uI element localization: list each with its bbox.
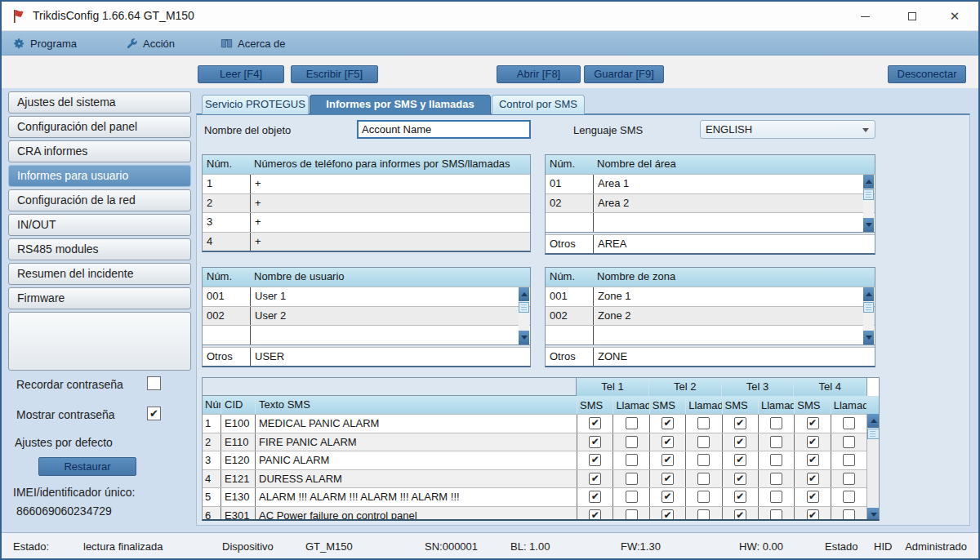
user-name-cell[interactable]: User 1 — [250, 287, 530, 306]
llamada-checkbox[interactable] — [770, 491, 782, 503]
llamada-checkbox[interactable] — [843, 436, 855, 448]
sms-checkbox[interactable] — [807, 417, 819, 429]
llamada-checkbox[interactable] — [770, 454, 782, 466]
llamada-checkbox[interactable] — [770, 473, 782, 485]
sms-checkbox[interactable] — [734, 509, 746, 521]
maximize-button[interactable] — [893, 2, 931, 31]
sms-checkbox[interactable] — [734, 417, 746, 429]
llamada-checkbox[interactable] — [770, 436, 782, 448]
menu-acerca-de[interactable]: Acerca de — [220, 31, 286, 56]
sms-checkbox[interactable] — [807, 509, 819, 521]
sms-checkbox[interactable] — [589, 454, 601, 466]
user-others-cell[interactable]: USER — [250, 348, 530, 367]
area-others-cell[interactable]: AREA — [593, 235, 875, 254]
sms-checkbox[interactable] — [662, 509, 674, 521]
sms-checkbox[interactable] — [662, 436, 674, 448]
sidebar-item-resumen-del-incidente[interactable]: Resumen del incidente — [8, 263, 191, 285]
sms-checkbox[interactable] — [807, 436, 819, 448]
llamada-checkbox[interactable] — [843, 509, 855, 521]
llamada-checkbox[interactable] — [626, 417, 638, 429]
sms-checkbox[interactable] — [734, 491, 746, 503]
sidebar-item-in-out[interactable]: IN/OUT — [8, 214, 191, 236]
sms-checkbox[interactable] — [662, 473, 674, 485]
tab-servicio-protegus[interactable]: Servicio PROTEGUS — [202, 95, 309, 114]
llamada-checkbox[interactable] — [843, 417, 855, 429]
llamada-checkbox[interactable] — [697, 491, 710, 503]
sms-checkbox[interactable] — [807, 491, 819, 503]
phone-cell[interactable]: + — [250, 233, 530, 251]
sidebar-item-configuracion-del-panel[interactable]: Configuración del panel — [8, 116, 191, 138]
sms-language-select[interactable]: ENGLISH — [700, 120, 875, 139]
llamada-checkbox[interactable] — [843, 454, 855, 466]
sidebar-item-cra-informes[interactable]: CRA informes — [8, 140, 191, 162]
scroll-thumb[interactable] — [863, 302, 874, 313]
scroll-up-button[interactable] — [863, 287, 874, 301]
llamada-checkbox[interactable] — [626, 473, 638, 485]
sms-checkbox[interactable] — [734, 454, 746, 466]
sidebar-item-firmware[interactable]: Firmware — [8, 287, 191, 309]
llamada-checkbox[interactable] — [770, 417, 782, 429]
llamada-checkbox[interactable] — [626, 454, 638, 466]
llamada-checkbox[interactable] — [697, 509, 710, 521]
scroll-thumb[interactable] — [867, 429, 880, 439]
llamada-checkbox[interactable] — [697, 417, 710, 429]
close-button[interactable]: ✕ — [936, 2, 973, 31]
events-scrollbar[interactable] — [866, 414, 879, 521]
scroll-thumb[interactable] — [519, 302, 529, 313]
scrollbar[interactable] — [863, 287, 874, 344]
user-name-cell[interactable]: User 2 — [250, 307, 530, 326]
scroll-thumb[interactable] — [863, 189, 874, 200]
llamada-checkbox[interactable] — [697, 454, 710, 466]
object-name-input[interactable]: Account Name — [357, 120, 531, 139]
llamada-checkbox[interactable] — [626, 436, 638, 448]
sms-checkbox[interactable] — [807, 473, 819, 485]
remember-password-checkbox[interactable] — [147, 376, 161, 390]
scrollbar[interactable] — [519, 287, 529, 344]
area-name-cell[interactable]: Area 2 — [593, 194, 875, 213]
phone-cell[interactable]: + — [250, 213, 530, 232]
scroll-up-button[interactable] — [519, 287, 529, 301]
llamada-checkbox[interactable] — [843, 473, 855, 485]
sidebar-item-ajustes-del-sistema[interactable]: Ajustes del sistema — [8, 91, 191, 113]
llamada-checkbox[interactable] — [843, 491, 855, 503]
sms-checkbox[interactable] — [589, 509, 601, 521]
sms-checkbox[interactable] — [734, 436, 746, 448]
restore-button[interactable]: Restaurar — [38, 457, 136, 476]
sms-checkbox[interactable] — [662, 454, 674, 466]
zone-others-cell[interactable]: ZONE — [593, 348, 875, 367]
write-button[interactable]: Escribir [F5] — [291, 65, 378, 83]
llamada-checkbox[interactable] — [697, 436, 710, 448]
area-name-cell[interactable]: Area 1 — [593, 175, 875, 193]
user-name-cell[interactable] — [250, 326, 530, 344]
sms-checkbox[interactable] — [662, 417, 674, 429]
menu-accion[interactable]: Acción — [126, 31, 175, 56]
scroll-down-button[interactable] — [863, 331, 874, 344]
sms-checkbox[interactable] — [589, 417, 601, 429]
show-password-checkbox[interactable] — [147, 407, 161, 420]
scrollbar[interactable] — [863, 175, 874, 232]
zone-name-cell[interactable] — [593, 326, 875, 344]
phone-cell[interactable]: + — [250, 194, 530, 213]
sms-checkbox[interactable] — [589, 491, 601, 503]
sms-checkbox[interactable] — [589, 436, 601, 448]
sidebar-item-informes-para-usuario[interactable]: Informes para usuario — [8, 165, 191, 187]
area-name-cell[interactable] — [593, 213, 875, 232]
sms-checkbox[interactable] — [807, 454, 819, 466]
scroll-down-button[interactable] — [867, 508, 880, 521]
llamada-checkbox[interactable] — [626, 509, 638, 521]
zone-name-cell[interactable]: Zone 1 — [593, 287, 875, 306]
scroll-up-button[interactable] — [863, 175, 874, 189]
phone-cell[interactable]: + — [250, 175, 530, 193]
minimize-button[interactable] — [846, 2, 884, 31]
scroll-up-button[interactable] — [867, 414, 880, 428]
scroll-down-button[interactable] — [863, 218, 874, 232]
menu-programa[interactable]: Programa — [13, 31, 77, 56]
disconnect-button[interactable]: Desconectar — [888, 65, 966, 83]
sidebar-item-rs485-modules[interactable]: RS485 modules — [8, 238, 191, 260]
zone-name-cell[interactable]: Zone 2 — [593, 307, 875, 326]
sidebar-item-configuracion-de-la-red[interactable]: Configuración de la red — [8, 189, 191, 211]
tab-informes-por-sms-y-llamadas[interactable]: Informes por SMS y llamadas — [310, 95, 491, 114]
sms-checkbox[interactable] — [589, 473, 601, 485]
sms-checkbox[interactable] — [734, 473, 746, 485]
open-button[interactable]: Abrir [F8] — [497, 65, 581, 83]
